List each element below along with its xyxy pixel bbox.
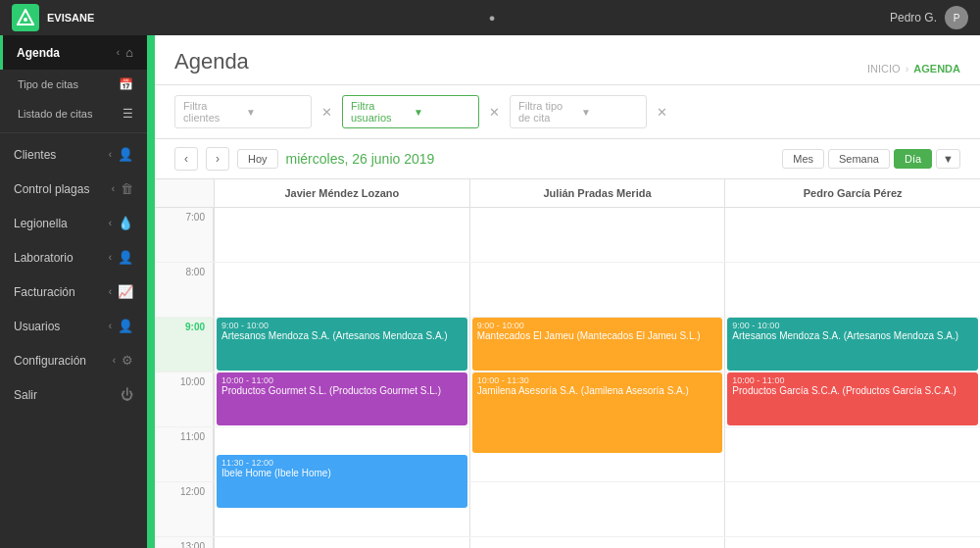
sidebar-item-salir[interactable]: Salir ⏻ (0, 377, 147, 412)
sidebar-label-listado-citas: Listado de citas (18, 108, 92, 120)
cal-hour-label-1100: 11:00 (155, 427, 214, 481)
filter-usuarios-arrow: ▼ (414, 107, 470, 118)
calendar-container: Javier Méndez Lozano Julián Pradas Merid… (155, 179, 980, 548)
cal-cell-1000-col2[interactable]: 10:00 - 11:00Productos García S.C.A. (Pr… (724, 373, 980, 426)
cal-cell-700-col1[interactable] (469, 208, 725, 262)
sidebar-arrow-facturacion: ‹ (109, 286, 112, 297)
breadcrumb-home[interactable]: INICIO (867, 63, 901, 75)
cal-cell-900-col1[interactable]: 9:00 - 10:00Mantecados El Jameu (Manteca… (469, 318, 725, 372)
filter-clientes-arrow: ▼ (246, 107, 303, 118)
cal-cell-800-col1[interactable] (469, 263, 725, 317)
sidebar-item-control-plagas[interactable]: Control plagas ‹ 🗑 (0, 172, 147, 206)
sidebar-label-configuracion: Configuración (14, 354, 86, 368)
page-header: Agenda INICIO › AGENDA (155, 35, 980, 85)
cal-cell-700-col2[interactable] (724, 208, 980, 262)
cal-event[interactable]: 9:00 - 10:00Mantecados El Jameu (Manteca… (472, 318, 723, 371)
cal-next-btn[interactable]: › (206, 147, 229, 171)
sidebar-icon-usuarios: 👤 (118, 319, 133, 333)
cal-event[interactable]: 9:00 - 10:00Artesanos Mendoza S.A. (Arte… (217, 318, 467, 371)
cal-week-btn[interactable]: Semana (828, 149, 890, 169)
sidebar-item-agenda[interactable]: Agenda ‹ ⌂ (0, 35, 147, 70)
main-content: Agenda INICIO › AGENDA Filtra clientes ▼… (155, 35, 980, 548)
cal-col-header-0: Javier Méndez Lozano (214, 179, 469, 207)
cal-today-btn[interactable]: Hoy (237, 149, 278, 169)
cal-event[interactable]: 9:00 - 10:00Artesanos Mendoza S.A. (Arte… (727, 318, 978, 371)
cal-body: 7:008:009:009:00 - 10:00Artesanos Mendoz… (155, 208, 980, 548)
cal-cell-1000-col1[interactable]: 10:00 - 11:30Jamilena Asesoría S.A. (Jam… (469, 373, 725, 426)
filter-usuarios-clear[interactable]: ✕ (489, 105, 500, 120)
sidebar: Agenda ‹ ⌂ Tipo de citas 📅 Listado de ci… (0, 35, 147, 548)
cal-header-row: Javier Méndez Lozano Julián Pradas Merid… (155, 179, 980, 208)
sidebar-icon-clientes: 👤 (118, 147, 133, 162)
cal-event[interactable]: 11:30 - 12:00Ibele Home (Ibele Home) (217, 455, 467, 508)
cal-event-title: Productos García S.C.A. (Productos Garcí… (732, 385, 973, 396)
cal-cell-800-col2[interactable] (724, 263, 980, 317)
cal-event-title: Mantecados El Jameu (Mantecados El Jameu… (477, 330, 718, 341)
cal-event-time: 11:30 - 12:00 (221, 458, 463, 468)
cal-day-btn[interactable]: Día (894, 149, 932, 169)
cal-event-time: 9:00 - 10:00 (732, 321, 973, 330)
sidebar-arrow-agenda: ‹ (117, 47, 120, 58)
cal-cell-1300-col2[interactable] (724, 537, 980, 548)
cal-month-btn[interactable]: Mes (782, 149, 824, 169)
cal-cell-900-col2[interactable]: 9:00 - 10:00Artesanos Mendoza S.A. (Arte… (724, 318, 980, 372)
sidebar-label-agenda: Agenda (17, 46, 60, 60)
avatar: P (945, 6, 968, 29)
sidebar-item-configuracion[interactable]: Configuración ‹ ⚙ (0, 343, 147, 377)
cal-cell-1100-col2[interactable] (724, 427, 980, 481)
filter-clientes-select[interactable]: Filtra clientes ▼ (174, 95, 312, 128)
cal-cell-1200-col1[interactable] (469, 482, 725, 536)
sidebar-item-laboratorio[interactable]: Laboratorio ‹ 👤 (0, 240, 147, 274)
sidebar-item-facturacion[interactable]: Facturación ‹ 📈 (0, 274, 147, 309)
cal-cell-1300-col1[interactable] (469, 537, 725, 548)
filter-tipo-arrow: ▼ (581, 107, 638, 118)
svg-point-1 (24, 18, 27, 22)
calendar-grid: Javier Méndez Lozano Julián Pradas Merid… (155, 179, 980, 548)
cal-prev-btn[interactable]: ‹ (174, 147, 198, 171)
filters-bar: Filtra clientes ▼ ✕ Filtra usuarios ▼ ✕ … (155, 85, 980, 139)
sidebar-divider-1 (0, 132, 147, 133)
cal-event-time: 10:00 - 11:00 (732, 375, 973, 385)
sidebar-label-legionella: Legionella (14, 217, 68, 230)
cal-view-dropdown[interactable]: ▼ (936, 149, 960, 169)
cal-event-time: 9:00 - 10:00 (221, 321, 463, 330)
filter-tipo-clear[interactable]: ✕ (657, 105, 667, 120)
sidebar-item-tipo-citas[interactable]: Tipo de citas 📅 (0, 70, 147, 99)
sidebar-item-clientes[interactable]: Clientes ‹ 👤 (0, 137, 147, 172)
logo: EVISANE (12, 4, 94, 31)
filter-usuarios-label: Filtra usuarios (351, 100, 408, 124)
filter-clientes-clear[interactable]: ✕ (321, 105, 332, 120)
sidebar-icon-facturacion: 📈 (118, 284, 133, 299)
cal-cell-800-col0[interactable] (214, 263, 469, 317)
filter-usuarios-select[interactable]: Filtra usuarios ▼ (342, 95, 479, 128)
cal-cell-1200-col2[interactable] (724, 482, 980, 536)
filter-tipo-select[interactable]: Filtra tipo de cita ▼ (510, 95, 647, 128)
sidebar-item-listado-citas[interactable]: Listado de citas ☰ (0, 99, 147, 128)
sidebar-icon-control-plagas: 🗑 (121, 181, 133, 196)
cal-cell-1300-col0[interactable] (214, 537, 469, 548)
logo-icon (12, 4, 39, 31)
sidebar-label-control-plagas: Control plagas (14, 182, 89, 196)
cal-event[interactable]: 10:00 - 11:30Jamilena Asesoría S.A. (Jam… (472, 373, 723, 453)
user-name: Pedro G. (890, 11, 937, 25)
sidebar-item-legionella[interactable]: Legionella ‹ 💧 (0, 206, 147, 240)
cal-event[interactable]: 10:00 - 11:00Productos Gourmet S.L. (Pro… (217, 373, 467, 425)
cal-event-time: 10:00 - 11:00 (221, 375, 463, 385)
cal-hour-row-700: 7:00 (155, 208, 980, 263)
sidebar-item-usuarios[interactable]: Usuarios ‹ 👤 (0, 309, 147, 343)
topbar-center-icon[interactable]: ● (489, 12, 496, 24)
cal-cell-900-col0[interactable]: 9:00 - 10:00Artesanos Mendoza S.A. (Arte… (214, 318, 469, 372)
cal-event[interactable]: 10:00 - 11:00Productos García S.C.A. (Pr… (727, 373, 978, 425)
cal-current-date: miércoles, 26 junio 2019 (286, 151, 435, 167)
cal-hour-label-800: 8:00 (155, 263, 214, 317)
cal-hour-row-1300: 13:00 (155, 537, 980, 548)
cal-col-header-1: Julián Pradas Merida (469, 179, 725, 207)
cal-cell-1100-col0[interactable]: 11:30 - 12:00Ibele Home (Ibele Home) (214, 427, 469, 481)
cal-cell-700-col0[interactable] (214, 208, 469, 262)
breadcrumb-current: AGENDA (913, 63, 960, 75)
cal-event-title: Artesanos Mendoza S.A. (Artesanos Mendoz… (221, 330, 463, 341)
cal-hour-label-700: 7:00 (155, 208, 214, 262)
sidebar-icon-tipo-citas: 📅 (119, 77, 133, 91)
cal-cell-1000-col0[interactable]: 10:00 - 11:00Productos Gourmet S.L. (Pro… (214, 373, 469, 426)
cal-col-header-2: Pedro García Pérez (724, 179, 980, 207)
